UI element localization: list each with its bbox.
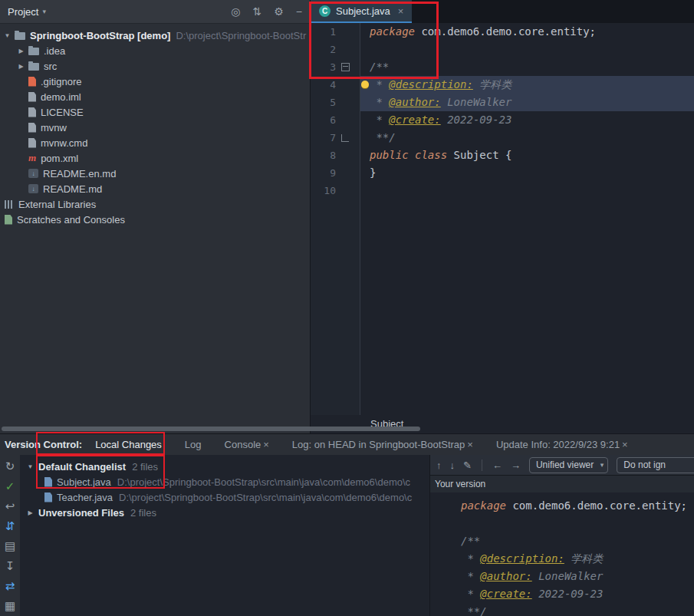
update-project-icon[interactable]: ⇵	[5, 520, 15, 532]
java-file-icon	[44, 477, 52, 487]
hide-panel-icon[interactable]: −	[296, 6, 302, 17]
diff-code-line	[461, 515, 694, 532]
vcs-tab-log-on-head-in-springboot-bootstrap[interactable]: Log: on HEAD in Springboot-BootStrap×	[290, 434, 475, 455]
prev-difference-icon[interactable]: ←	[492, 460, 502, 470]
code-token: @create:	[480, 588, 531, 600]
diff-code-line: /**	[461, 532, 694, 550]
vcs-body: ↻✓↩⇵▤↧⇄▦ ▼Default Changelist2 filesSubje…	[0, 455, 694, 616]
code-line[interactable]: }	[360, 164, 694, 182]
tree-item-mvnw[interactable]: mvnw	[0, 120, 310, 135]
line-number: 5	[311, 97, 336, 108]
code-token: *	[461, 588, 480, 600]
diff-code[interactable]: package com.demo6.demo.core.entity;/** *…	[430, 492, 694, 616]
code-line[interactable]	[360, 41, 694, 58]
line-number: 1	[311, 26, 336, 38]
close-icon[interactable]: ×	[467, 439, 473, 450]
tree-item-license[interactable]: LICENSE	[0, 104, 310, 120]
close-icon[interactable]: ×	[398, 5, 404, 17]
diff-code-line: * @author: LoneWalker	[461, 568, 694, 585]
vcs-tab-update-info-2022-9-23-9-21[interactable]: Update Info: 2022/9/23 9:21×	[494, 434, 630, 455]
preview-diff-icon[interactable]: ▤	[5, 540, 15, 552]
changelist-name: Unversioned Files	[38, 507, 124, 519]
tree-item-pom-xml[interactable]: mpom.xml	[0, 150, 310, 166]
code-line[interactable]: * @create: 2022-09-23	[360, 111, 694, 129]
code-token: *	[461, 552, 480, 565]
chevron-right-icon[interactable]: ▶	[15, 48, 27, 54]
tree-item-gitignore[interactable]: .gitignore	[0, 74, 310, 89]
code-token: 2022-09-23	[441, 114, 512, 126]
settings-gear-icon[interactable]: ⚙	[274, 6, 284, 17]
tree-item-scratches-and-consoles[interactable]: Scratches and Consoles	[0, 212, 310, 227]
gutter-cell: 5	[311, 94, 360, 111]
gutter-cell: 1	[311, 23, 360, 41]
horizontal-scrollbar[interactable]	[2, 427, 420, 431]
changelist-group-unversioned-files[interactable]: ▶Unversioned Files2 files	[20, 505, 429, 520]
prev-change-icon[interactable]: ↑	[436, 460, 442, 470]
java-class-icon: C	[319, 5, 331, 17]
code-line[interactable]	[360, 182, 694, 199]
editor-line: 3/**	[311, 58, 694, 76]
code-line[interactable]: /**	[360, 58, 694, 76]
tree-item-demo-iml[interactable]: demo.iml	[0, 89, 310, 104]
collapse-all-icon[interactable]: ⇅	[253, 6, 262, 17]
code-line[interactable]: public class Subject {	[360, 147, 694, 164]
code-line[interactable]: **/	[360, 129, 694, 147]
tree-item-label: demo.iml	[41, 91, 81, 103]
vcs-tab-console[interactable]: Console×	[222, 434, 271, 455]
chevron-down-icon[interactable]: ▼	[2, 32, 13, 39]
fold-column	[336, 63, 354, 71]
locate-file-icon[interactable]: ◎	[231, 6, 240, 17]
close-icon[interactable]: ×	[622, 439, 628, 450]
editor-tab-subject-java[interactable]: C Subject.java ×	[311, 0, 412, 23]
close-icon[interactable]: ×	[263, 439, 269, 450]
code-line[interactable]: * @author: LoneWalker	[360, 94, 694, 111]
editor-line: 4 * @description: 学科类	[311, 76, 694, 94]
project-panel-title: Project	[8, 6, 38, 18]
chevron-down-icon[interactable]: ▾	[42, 8, 46, 15]
editor-body[interactable]: 1package com.demo6.demo.core.entity;23/*…	[311, 23, 694, 415]
vcs-tab-label: Local Changes	[95, 439, 162, 450]
code-line[interactable]: * @description: 学科类	[360, 76, 694, 94]
viewer-mode-dropdown[interactable]: Unified viewer	[529, 457, 608, 473]
fold-end-icon[interactable]	[341, 134, 349, 142]
fold-open-icon[interactable]	[341, 63, 350, 71]
next-difference-icon[interactable]: →	[511, 460, 521, 470]
edit-icon[interactable]: ✎	[463, 460, 472, 470]
editor-tabbar: C Subject.java ×	[311, 0, 694, 23]
tree-item-springboot-bootstrap-demo[interactable]: ▼Springboot-BootStrap [demo]D:\project\S…	[0, 28, 310, 43]
tree-item-readme-md[interactable]: ↓README.md	[0, 181, 310, 196]
code-token: 学科类	[564, 552, 603, 565]
tree-item-external-libraries[interactable]: External Libraries	[0, 196, 310, 212]
version-control-label: Version Control:	[5, 439, 82, 450]
group-by-icon[interactable]: ▦	[5, 600, 15, 611]
editor-line: 1package com.demo6.demo.core.entity;	[311, 23, 694, 41]
changed-file-subject-java[interactable]: Subject.javaD:\project\Springboot-BootSt…	[20, 474, 429, 489]
tree-item-readme-en-md[interactable]: ↓README.en.md	[0, 166, 310, 181]
chevron-right-icon[interactable]: ▶	[15, 63, 27, 70]
changelist-group-default-changelist[interactable]: ▼Default Changelist2 files	[20, 459, 429, 474]
code-token: *	[370, 78, 389, 91]
vcs-tab-local-changes[interactable]: Local Changes	[93, 434, 164, 455]
tree-item-idea[interactable]: ▶.idea	[0, 43, 310, 58]
next-change-icon[interactable]: ↓	[450, 460, 456, 470]
code-token: @author:	[480, 570, 531, 582]
vcs-tab-log[interactable]: Log	[183, 434, 204, 455]
editor-line: 7 **/	[311, 129, 694, 147]
chevron-down-icon[interactable]: ▼	[25, 463, 36, 470]
commit-check-icon[interactable]: ✓	[5, 480, 15, 492]
tree-item-src[interactable]: ▶src	[0, 58, 310, 74]
tree-item-label: mvnw.cmd	[41, 137, 87, 149]
ignore-whitespace-dropdown[interactable]: Do not ign	[617, 457, 694, 473]
code-line[interactable]: package com.demo6.demo.core.entity;	[360, 23, 694, 41]
chevron-right-icon[interactable]: ▶	[25, 509, 36, 516]
refresh-icon[interactable]: ↻	[5, 460, 15, 472]
changelist-name: Default Changelist	[38, 461, 126, 473]
tree-item-label: External Libraries	[18, 199, 96, 210]
move-to-changelist-icon[interactable]: ⇄	[5, 580, 15, 591]
tree-item-mvnw-cmd[interactable]: mvnw.cmd	[0, 135, 310, 150]
shelve-icon[interactable]: ↧	[5, 560, 15, 572]
changed-file-teacher-java[interactable]: Teacher.javaD:\project\Springboot-BootSt…	[20, 489, 429, 505]
intention-bulb-icon[interactable]	[361, 81, 369, 88]
rollback-icon[interactable]: ↩	[5, 500, 15, 512]
gutter-cell: 7	[311, 129, 360, 147]
